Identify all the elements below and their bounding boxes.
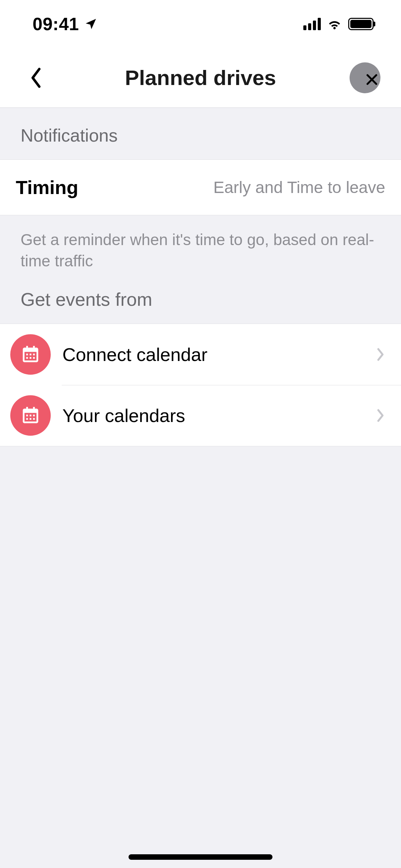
chevron-right-icon	[376, 347, 385, 362]
home-indicator[interactable]	[129, 854, 272, 860]
cellular-icon	[303, 18, 321, 30]
calendar-icon	[20, 344, 41, 365]
back-button[interactable]	[21, 62, 51, 93]
status-right	[303, 16, 374, 32]
chevron-right-icon	[376, 408, 385, 423]
events-list: Connect calendar Your calendars	[0, 324, 401, 446]
events-section-header: Get events from	[0, 275, 401, 324]
calendar-icon-wrap	[10, 334, 51, 375]
your-calendars-label: Your calendars	[62, 405, 185, 426]
connect-calendar-row[interactable]: Connect calendar	[0, 324, 401, 385]
status-left: 09:41	[33, 14, 98, 34]
timing-label: Timing	[16, 176, 78, 198]
location-icon	[84, 17, 98, 31]
your-calendars-row[interactable]: Your calendars	[0, 385, 401, 446]
close-icon	[364, 72, 379, 87]
timing-value: Early and Time to leave	[213, 178, 385, 197]
calendar-icon	[20, 405, 41, 426]
timing-row[interactable]: Timing Early and Time to leave	[0, 159, 401, 215]
status-bar: 09:41	[0, 0, 401, 48]
calendar-icon-wrap	[10, 395, 51, 436]
page-title: Planned drives	[125, 65, 276, 90]
chevron-left-icon	[29, 67, 43, 89]
notifications-section-header: Notifications	[0, 108, 401, 159]
timing-description: Get a reminder when it's time to go, bas…	[0, 215, 401, 275]
battery-icon	[348, 18, 374, 30]
close-button[interactable]	[350, 62, 380, 93]
connect-calendar-label: Connect calendar	[62, 344, 207, 365]
nav-bar: Planned drives	[0, 48, 401, 108]
status-time: 09:41	[33, 14, 79, 34]
wifi-icon	[327, 16, 342, 32]
